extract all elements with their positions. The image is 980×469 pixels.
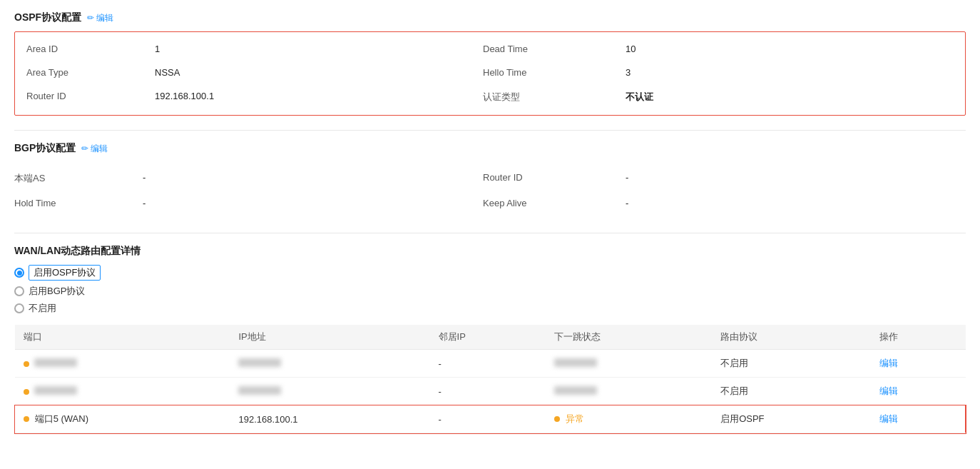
row1-dot [24, 361, 29, 367]
radio-bgp-label: 启用BGP协议 [29, 285, 85, 298]
bgp-edit-icon: ✏ [81, 143, 88, 153]
col-neighbor-ip: 邻居IP [430, 325, 546, 350]
bgp-router-id-value: - [626, 169, 966, 188]
row1-ip [230, 350, 429, 378]
hello-time-value: 3 [626, 64, 954, 81]
keep-alive-value: - [626, 195, 966, 211]
radio-bgp-circle [14, 286, 24, 296]
keep-alive-label: Keep Alive [483, 195, 626, 211]
col-port: 端口 [15, 325, 230, 350]
hello-time-label: Hello Time [483, 64, 626, 81]
radio-ospf-label: 启用OSPF协议 [29, 265, 101, 281]
area-id-value: 1 [155, 41, 483, 57]
row3-dot [24, 416, 29, 422]
auth-type-value: 不认证 [626, 88, 954, 106]
row2-neighbor: - [430, 378, 546, 405]
radio-disabled[interactable]: 不启用 [14, 302, 966, 315]
auth-type-label: 认证类型 [483, 88, 626, 106]
col-next-hop: 下一跳状态 [546, 325, 712, 350]
row3-nexthop-dot [554, 416, 560, 422]
row2-ip-blur [238, 386, 281, 395]
bgp-grid: 本端AS - Router ID - Hold Time - Keep Aliv… [14, 162, 966, 218]
radio-ospf-circle [14, 268, 24, 278]
row1-ip-blur [238, 358, 281, 367]
row3-port: 端口5 (WAN) [15, 405, 230, 433]
protocol-radio-group: 启用OSPF协议 启用BGP协议 不启用 [14, 265, 966, 315]
row3-ip: 192.168.100.1 [230, 405, 429, 433]
table-row: - 不启用 编辑 [15, 350, 966, 378]
col-protocol: 路由协议 [712, 325, 871, 350]
row3-protocol: 启用OSPF [712, 405, 871, 433]
row3-nexthop-text: 异常 [566, 413, 584, 424]
row1-action[interactable]: 编辑 [871, 350, 965, 378]
ospf-grid: Area ID 1 Dead Time 10 Area Type NSSA He… [26, 41, 954, 106]
route-table: 端口 IP地址 邻居IP 下一跳状态 路由协议 操作 - [14, 325, 966, 433]
row2-nexthop [546, 378, 712, 405]
radio-disabled-label: 不启用 [29, 302, 56, 315]
ospf-section-title: OSPF协议配置 ✏ 编辑 [14, 11, 966, 24]
hold-time-label: Hold Time [14, 195, 143, 211]
route-table-header-row: 端口 IP地址 邻居IP 下一跳状态 路由协议 操作 [15, 325, 966, 350]
row2-port-blur [34, 386, 77, 395]
row3-neighbor: - [430, 405, 546, 433]
local-as-value: - [143, 169, 483, 188]
row3-action[interactable]: 编辑 [871, 405, 965, 433]
wan-lan-section-title: WAN/LAN动态路由配置详情 [14, 245, 966, 258]
row2-port [15, 378, 230, 405]
radio-disabled-circle [14, 303, 24, 313]
wan-lan-section: WAN/LAN动态路由配置详情 启用OSPF协议 启用BGP协议 不启用 端口 … [14, 245, 966, 433]
divider-2 [14, 233, 966, 233]
route-table-body: - 不启用 编辑 - 不启用 编辑 [15, 350, 966, 433]
row1-nexthop [546, 350, 712, 378]
row2-nexthop-blur [554, 386, 597, 395]
dead-time-value: 10 [626, 41, 954, 57]
row1-neighbor: - [430, 350, 546, 378]
area-type-value: NSSA [155, 64, 483, 81]
row2-action[interactable]: 编辑 [871, 378, 965, 405]
row2-protocol: 不启用 [712, 378, 871, 405]
bgp-section: BGP协议配置 ✏ 编辑 本端AS - Router ID - Hold Tim… [14, 142, 966, 218]
radio-bgp[interactable]: 启用BGP协议 [14, 285, 966, 298]
ospf-info-box: Area ID 1 Dead Time 10 Area Type NSSA He… [14, 31, 966, 116]
divider-1 [14, 130, 966, 131]
area-type-label: Area Type [26, 64, 155, 81]
ospf-edit-button[interactable]: ✏ 编辑 [87, 12, 113, 24]
bgp-router-id-label: Router ID [483, 169, 626, 188]
row2-dot [24, 389, 29, 395]
ospf-edit-icon: ✏ [87, 13, 94, 23]
row1-port-blur [34, 358, 77, 367]
col-action: 操作 [871, 325, 965, 350]
dead-time-label: Dead Time [483, 41, 626, 57]
radio-ospf[interactable]: 启用OSPF协议 [14, 265, 966, 281]
bgp-section-title: BGP协议配置 ✏ 编辑 [14, 142, 966, 155]
table-row-highlighted: 端口5 (WAN) 192.168.100.1 - 异常 启用OSPF 编辑 [15, 405, 966, 433]
row1-protocol: 不启用 [712, 350, 871, 378]
row1-port [15, 350, 230, 378]
row1-nexthop-blur [554, 358, 597, 367]
row3-port-text: 端口5 (WAN) [35, 413, 88, 424]
row3-nexthop: 异常 [546, 405, 712, 433]
table-row: - 不启用 编辑 [15, 378, 966, 405]
local-as-label: 本端AS [14, 169, 143, 188]
row2-ip [230, 378, 429, 405]
route-table-head: 端口 IP地址 邻居IP 下一跳状态 路由协议 操作 [15, 325, 966, 350]
area-id-label: Area ID [26, 41, 155, 57]
hold-time-value: - [143, 195, 483, 211]
col-ip: IP地址 [230, 325, 429, 350]
ospf-router-id-value: 192.168.100.1 [155, 88, 483, 106]
bgp-edit-button[interactable]: ✏ 编辑 [81, 143, 108, 155]
ospf-router-id-label: Router ID [26, 88, 155, 106]
